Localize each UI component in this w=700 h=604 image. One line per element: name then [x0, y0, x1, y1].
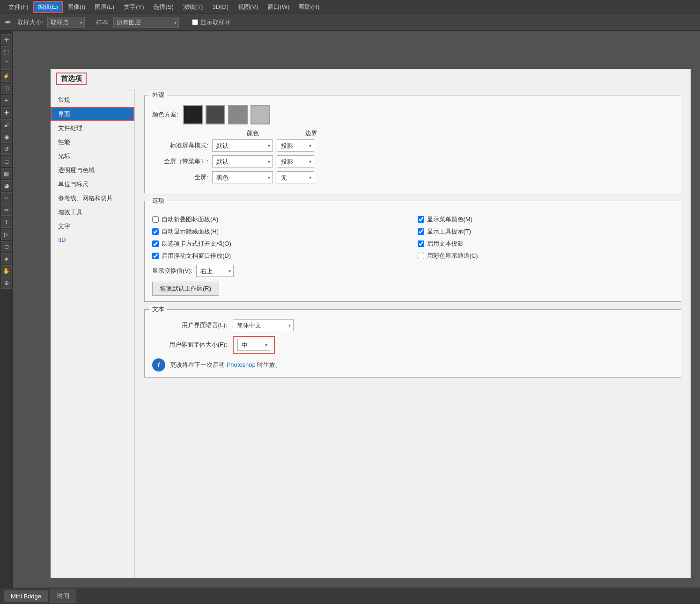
content-panel: 外观 颜色方案: 颜色 边界	[135, 89, 691, 578]
tool-dodge[interactable]: ○	[1, 192, 12, 204]
tool-3d[interactable]: ◈	[1, 253, 12, 264]
swatch-medium[interactable]	[228, 105, 248, 124]
tool-eraser[interactable]: ◻	[1, 156, 12, 167]
tool-hand[interactable]: ✋	[1, 265, 12, 277]
nav-list: 常规 界面 文件处理 性能 光标 透明度与色域 单位与标尺 参考线、网格和切片 …	[51, 89, 135, 578]
fullscreen-menu-color-select[interactable]: 默认	[212, 155, 273, 167]
menu-item-view[interactable]: 视图(V)	[233, 1, 263, 13]
tool-eyedropper[interactable]: ✒	[1, 95, 12, 106]
menu-item-file[interactable]: 文件(F)	[4, 1, 33, 13]
toolbar: ✒ 取样大小: 取样点 样本: 所有图层 显示取样环	[0, 14, 700, 31]
dialog-title-bar: 首选项	[51, 69, 691, 89]
nav-item-performance[interactable]: 性能	[51, 135, 134, 149]
tool-shape[interactable]: ◻	[1, 241, 12, 252]
sample-size-select[interactable]: 取样点	[47, 17, 85, 28]
tool-path[interactable]: ▷	[1, 229, 12, 240]
font-size-select[interactable]: 中	[237, 339, 270, 351]
appearance-section: 外观 颜色方案: 颜色 边界	[144, 95, 681, 193]
tool-zoom[interactable]: ⊕	[1, 277, 12, 289]
tool-history[interactable]: ↺	[1, 144, 12, 155]
checkbox-color-channels[interactable]: 用彩色显示通道(C)	[418, 252, 674, 260]
fullscreen-border-select[interactable]: 无	[277, 171, 314, 183]
fullscreen-menu-row: 全屏（带菜单）: 默认 投影	[152, 155, 673, 167]
nav-item-type[interactable]: 文字	[51, 219, 134, 233]
menubar: 文件(F) 编辑(E) 图像(I) 图层(L) 文字(Y) 选择(S) 滤镜(T…	[0, 0, 700, 14]
checkbox-auto-show-hidden[interactable]: 自动显示隐藏面板(H)	[152, 227, 408, 236]
tool-move[interactable]: ✛	[1, 34, 12, 45]
checkbox-floating-dock[interactable]: 启用浮动文档窗口停放(D)	[152, 252, 408, 260]
checkbox-show-tooltips[interactable]: 显示工具提示(T)	[418, 227, 674, 236]
checkbox-color-channels-input[interactable]	[418, 253, 424, 259]
checkbox-show-menu-color[interactable]: 显示菜单颜色(M)	[418, 215, 674, 224]
sample-select[interactable]: 所有图层	[113, 17, 179, 28]
checkbox-auto-collapse-input[interactable]	[152, 216, 159, 223]
checkbox-text-shadow-input[interactable]	[418, 240, 424, 247]
checkbox-show-tooltips-input[interactable]	[418, 228, 424, 235]
tab-timeline[interactable]: 时间	[50, 589, 76, 603]
menu-item-layer[interactable]: 图层(L)	[90, 1, 119, 13]
nav-item-interface[interactable]: 界面	[51, 107, 134, 121]
tool-lasso[interactable]: ⌒	[1, 58, 12, 70]
language-select[interactable]: 简体中文	[233, 319, 294, 331]
menu-item-help[interactable]: 帮助(H)	[294, 1, 324, 13]
tool-text[interactable]: T	[1, 217, 12, 228]
checkbox-open-as-tab-input[interactable]	[152, 240, 159, 247]
checkbox-open-as-tab[interactable]: 以选项卡方式打开文档(O)	[152, 240, 408, 248]
menu-item-text[interactable]: 文字(Y)	[119, 1, 148, 13]
swatch-medium-dark[interactable]	[206, 105, 225, 124]
transform-row: 显示变换值(V): 右上	[152, 265, 673, 277]
info-row: i 更改将在下一次启动 Photoshop 时生效。	[152, 358, 673, 371]
tool-magic[interactable]: ⚡	[1, 71, 12, 82]
menu-item-window[interactable]: 窗口(W)	[263, 1, 294, 13]
bottom-bar: Mini Bridge 时间	[0, 588, 700, 604]
checkbox-show-menu-color-input[interactable]	[418, 216, 424, 223]
swatch-light[interactable]	[251, 105, 270, 124]
text-section-title: 文本	[149, 305, 167, 313]
fullscreen-menu-border-select[interactable]: 投影	[277, 155, 314, 167]
tool-blur[interactable]: ◕	[1, 180, 12, 191]
menu-item-select[interactable]: 选择(S)	[148, 1, 178, 13]
color-scheme-label: 颜色方案:	[152, 110, 178, 119]
tool-select[interactable]: ⬚	[1, 46, 12, 58]
nav-item-general[interactable]: 常规	[51, 93, 134, 107]
tool-pen[interactable]: ✏	[1, 204, 12, 216]
checkbox-floating-dock-input[interactable]	[152, 253, 159, 259]
tool-brush[interactable]: 🖌	[1, 119, 12, 131]
tab-mini-bridge[interactable]: Mini Bridge	[4, 590, 48, 602]
menu-item-image[interactable]: 图像(I)	[63, 1, 90, 13]
standard-screen-color-select[interactable]: 默认	[212, 139, 273, 152]
menu-item-3d[interactable]: 3D(D)	[207, 1, 233, 12]
nav-item-file-handling[interactable]: 文件处理	[51, 121, 134, 135]
font-size-label: 用户界面字体大小(F):	[152, 341, 227, 349]
standard-screen-border-select[interactable]: 投影	[277, 139, 314, 152]
show-ring-label[interactable]: 显示取样环	[192, 18, 231, 27]
nav-item-transparency[interactable]: 透明度与色域	[51, 163, 134, 177]
transform-select[interactable]: 右上	[196, 265, 234, 277]
sample-label: 样本:	[96, 18, 110, 27]
restore-workspace-button[interactable]: 恢复默认工作区(R)	[152, 282, 219, 296]
tool-gradient[interactable]: ▦	[1, 168, 12, 179]
swatch-dark[interactable]	[183, 105, 203, 124]
photoshop-text: Photoshop	[227, 361, 256, 368]
show-ring-checkbox[interactable]	[192, 19, 198, 25]
tool-crop[interactable]: ⊡	[1, 83, 12, 94]
tool-heal[interactable]: ✚	[1, 107, 12, 118]
checkbox-auto-collapse[interactable]: 自动折叠图标面板(A)	[152, 215, 408, 224]
menu-item-filter[interactable]: 滤镜(T)	[178, 1, 208, 13]
checkbox-text-shadow[interactable]: 启用文本投影	[418, 240, 674, 248]
text-section: 文本 用户界面语言(L): 简体中文 用户界面字体大小(F):	[144, 309, 681, 378]
fullscreen-color-select[interactable]: 黑色	[212, 171, 273, 183]
preferences-dialog: 首选项 常规 界面 文件处理 性能 光标 透明度与色域 单位与标尺 参考线、网格…	[51, 69, 691, 578]
standard-screen-row: 标准屏幕模式: 默认 投影	[152, 139, 673, 152]
nav-item-cursor[interactable]: 光标	[51, 149, 134, 163]
font-size-highlight-box: 中	[233, 336, 275, 354]
checkbox-auto-show-hidden-input[interactable]	[152, 228, 159, 235]
options-section-title: 选项	[149, 196, 167, 205]
tool-stamp[interactable]: ◉	[1, 131, 12, 143]
nav-item-3d[interactable]: 3D	[51, 233, 134, 246]
font-size-row: 用户界面字体大小(F): 中	[152, 336, 673, 354]
menu-item-edit[interactable]: 编辑(E)	[33, 1, 63, 13]
nav-item-guides[interactable]: 参考线、网格和切片	[51, 191, 134, 205]
nav-item-units[interactable]: 单位与标尺	[51, 177, 134, 191]
nav-item-plugins[interactable]: 增效工具	[51, 205, 134, 219]
